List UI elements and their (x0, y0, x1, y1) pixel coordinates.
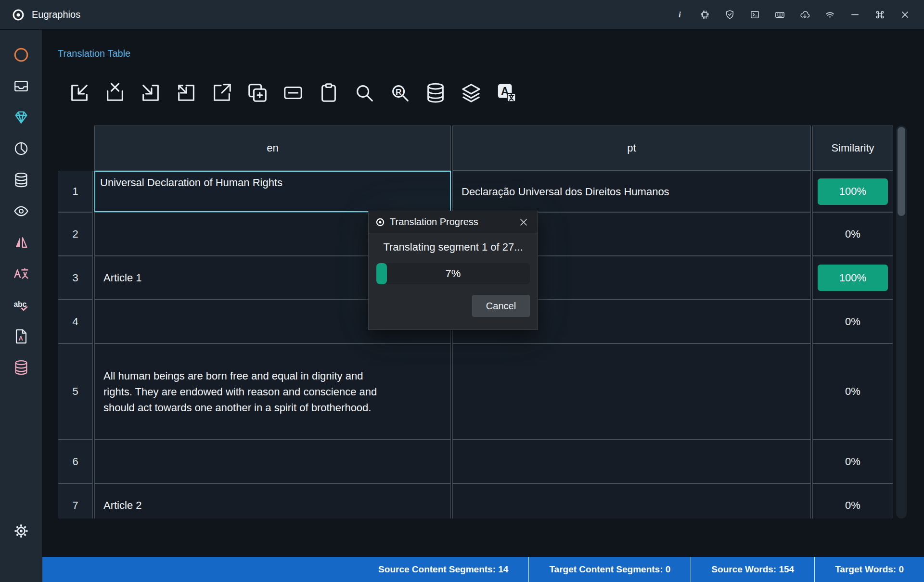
mirror-flip-icon (13, 234, 29, 251)
clipboard-button[interactable] (317, 81, 340, 104)
export-all-button[interactable] (175, 81, 198, 104)
cloud-download-button[interactable] (792, 5, 817, 25)
database-button[interactable] (11, 169, 32, 190)
info-button[interactable]: i (667, 5, 692, 25)
progress-percent: 7% (376, 263, 530, 284)
pie-chart-button[interactable] (11, 138, 32, 159)
mirror-flip-button[interactable] (11, 232, 32, 253)
search-icon (353, 82, 375, 104)
record-circle-button[interactable] (11, 44, 32, 65)
layers-button[interactable] (460, 81, 483, 104)
minimize-button[interactable] (842, 5, 867, 25)
auto-translate-button[interactable]: A (495, 81, 518, 104)
sidebar: abc A (0, 30, 42, 582)
similarity-value: 0% (845, 316, 860, 328)
similarity-value: 100% (818, 265, 888, 291)
statusbar: Source Content Segments: 14Target Conten… (42, 557, 924, 582)
target-cell[interactable] (452, 343, 811, 440)
scrollbar-thumb[interactable] (898, 127, 905, 216)
insert-field-icon (282, 82, 304, 104)
pdf-button[interactable]: A (11, 326, 32, 347)
export-segments-button[interactable] (139, 81, 162, 104)
similarity-cell: 0% (812, 212, 893, 256)
table-row: 6 0% (58, 440, 893, 483)
source-cell[interactable]: Article 2 (94, 483, 451, 519)
settings-button[interactable] (11, 520, 32, 542)
column-header-target[interactable]: pt (452, 126, 811, 171)
shield-button[interactable] (717, 5, 742, 25)
similarity-cell: 100% (812, 171, 893, 212)
target-cell[interactable] (452, 440, 811, 483)
translate-icon (13, 266, 29, 282)
status-item: Target Words: 0 (814, 557, 924, 582)
open-external-button[interactable] (210, 81, 233, 104)
close-button[interactable] (892, 5, 917, 25)
clipboard-icon (318, 82, 340, 104)
svg-text:A: A (18, 335, 23, 342)
clear-segments-icon (104, 82, 126, 104)
dialog-header: Translation Progress (369, 211, 538, 233)
settings-gear-icon (13, 523, 29, 539)
similarity-value: 0% (845, 228, 860, 240)
translate-button[interactable] (11, 263, 32, 284)
vertical-scrollbar[interactable] (896, 126, 907, 519)
translation-memory-icon (424, 82, 447, 104)
database-pink-icon (13, 359, 29, 376)
cpu-button[interactable] (692, 5, 717, 25)
svg-text:R: R (396, 87, 402, 97)
import-segments-button[interactable] (68, 81, 91, 104)
clear-segments-button[interactable] (103, 81, 127, 104)
toolbar: R A (68, 81, 518, 104)
source-cell[interactable]: All human beings are born free and equal… (94, 343, 451, 440)
target-cell[interactable]: Declaração Universal dos Direitos Humano… (452, 171, 811, 212)
similarity-cell: 0% (812, 343, 893, 440)
similarity-value: 100% (818, 178, 888, 205)
wifi-button[interactable] (817, 5, 842, 25)
cancel-button[interactable]: Cancel (472, 295, 530, 317)
row-number[interactable]: 4 (58, 300, 93, 343)
similarity-value: 0% (845, 455, 860, 468)
inbox-button[interactable] (11, 76, 32, 97)
row-number[interactable]: 2 (58, 212, 93, 256)
row-number[interactable]: 3 (58, 256, 93, 300)
source-cell-text: Universal Declaration of Human Rights (100, 175, 282, 190)
spellcheck-button[interactable]: abc (11, 294, 32, 316)
pdf-icon: A (13, 328, 29, 344)
status-item: Target Content Segments: 0 (528, 557, 691, 582)
logs-button[interactable] (742, 5, 767, 25)
search-button[interactable] (353, 81, 376, 104)
prism-icon (13, 109, 29, 126)
source-cell[interactable]: Universal Declaration of Human Rights (94, 171, 451, 212)
target-cell[interactable] (452, 483, 811, 519)
eye-button[interactable] (11, 201, 32, 222)
row-number[interactable]: 6 (58, 440, 93, 483)
row-number[interactable]: 7 (58, 483, 93, 519)
maximize-button[interactable] (867, 5, 892, 25)
database-pink-button[interactable] (11, 357, 32, 378)
similarity-cell: 0% (812, 300, 893, 343)
source-cell[interactable] (94, 440, 451, 483)
similarity-value: 0% (845, 499, 860, 512)
keyboard-button[interactable] (767, 5, 792, 25)
spellcheck-icon: abc (13, 297, 29, 313)
row-number[interactable]: 5 (58, 343, 93, 440)
dialog-close-button[interactable] (516, 215, 531, 229)
translation-memory-button[interactable] (424, 81, 447, 104)
source-cell-text: Article 1 (103, 270, 141, 286)
database-icon (13, 172, 29, 188)
source-cell-text: All human beings are born free and equal… (103, 368, 392, 416)
auto-translate-icon: A (496, 82, 518, 104)
app-title: Eugraphios (32, 9, 80, 20)
eye-icon (13, 203, 29, 219)
header-corner (58, 126, 93, 171)
row-number[interactable]: 1 (58, 171, 93, 212)
table-row: 7 Article 2 0% (58, 483, 893, 519)
titlebar-actions: i (667, 5, 917, 25)
copy-add-button[interactable] (246, 81, 269, 104)
pie-chart-icon (13, 140, 29, 157)
insert-field-button[interactable] (282, 81, 305, 104)
column-header-source[interactable]: en (94, 126, 451, 171)
column-header-similarity[interactable]: Similarity (812, 126, 893, 171)
regex-search-button[interactable]: R (388, 81, 411, 104)
prism-button[interactable] (11, 107, 32, 128)
